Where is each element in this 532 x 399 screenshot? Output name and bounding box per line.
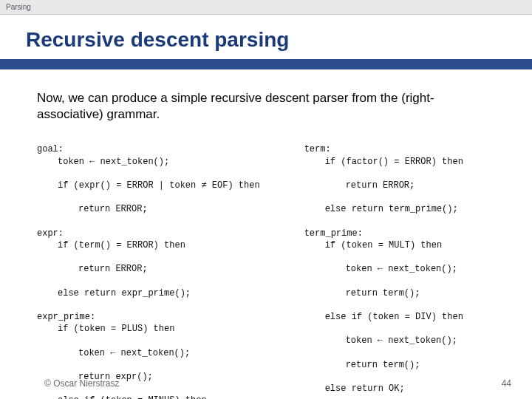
code-line: token ← next_token(); <box>37 156 260 168</box>
code-line: if (token = MULT) then <box>304 239 463 251</box>
code-line: if (term() = ERROR) then <box>37 239 260 251</box>
code-line: else if (token = DIV) then <box>304 311 463 323</box>
code-line: return ERROR; <box>37 203 260 215</box>
code-line: token ← next_token(); <box>304 335 463 347</box>
code-line: expr: <box>37 228 64 239</box>
code-line: expr_prime: <box>37 312 95 322</box>
code-left-column: goal: token ← next_token(); if (expr() =… <box>37 132 260 399</box>
code-line: return ERROR; <box>37 263 260 275</box>
accent-bar <box>0 59 532 69</box>
code-line: if (expr() = ERROR | token ≠ EOF) then <box>37 180 260 191</box>
code-line: goal: <box>37 144 64 154</box>
code-line: return ERROR; <box>304 180 463 191</box>
breadcrumb-bar: Parsing <box>0 0 532 15</box>
footer: © Oscar Nierstrasz 44 <box>0 378 532 389</box>
copyright: © Oscar Nierstrasz <box>44 378 120 389</box>
code-line: return term(); <box>304 287 463 299</box>
code-line: else return expr_prime(); <box>37 287 260 299</box>
code-line: else return term_prime(); <box>304 203 463 215</box>
code-line: token ← next_token(); <box>37 347 260 359</box>
code-line: token ← next_token(); <box>304 263 463 275</box>
slide: Parsing Recursive descent parsing Now, w… <box>0 0 532 399</box>
code-line: if (factor() = ERROR) then <box>304 156 463 168</box>
page-number: 44 <box>502 378 511 389</box>
code-line: return term(); <box>304 359 463 371</box>
body: Now, we can produce a simple recursive d… <box>0 69 532 399</box>
code-right-column: term: if (factor() = ERROR) then return … <box>304 132 463 399</box>
code-area: goal: token ← next_token(); if (expr() =… <box>37 132 499 399</box>
code-line: term_prime: <box>304 228 363 239</box>
slide-title: Recursive descent parsing <box>0 15 532 59</box>
code-line: term: <box>304 144 331 154</box>
intro-text: Now, we can produce a simple recursive d… <box>37 90 499 123</box>
code-line: else if (token = MINUS) then <box>37 395 260 399</box>
code-line: if (token = PLUS) then <box>37 323 260 335</box>
breadcrumb: Parsing <box>6 3 31 11</box>
